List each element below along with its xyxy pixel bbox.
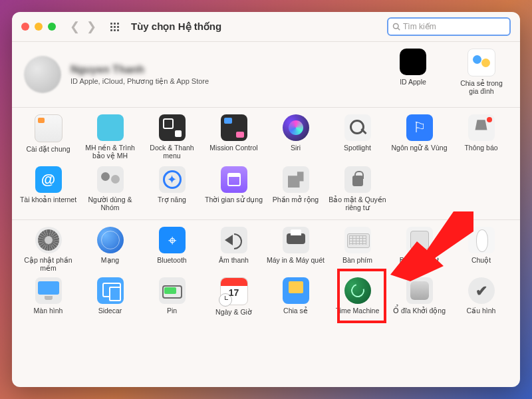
- pref-printer[interactable]: Máy in & Máy quét: [265, 227, 327, 272]
- pref-general[interactable]: Cài đặt chung: [17, 114, 79, 161]
- spotlight-label: Spotlight: [344, 144, 371, 160]
- pref-network[interactable]: Mạng: [79, 227, 141, 272]
- pref-battery[interactable]: Pin: [141, 277, 203, 324]
- sound-icon: [221, 227, 247, 253]
- trackpad-icon: [406, 227, 433, 253]
- trackpad-label: Bàn di chuột: [400, 256, 440, 272]
- sidecar-label: Sidecar: [98, 307, 122, 323]
- family-label: Chia sẻ trong gia đình: [455, 79, 508, 95]
- tm-icon: [344, 277, 371, 304]
- pref-siri[interactable]: Siri: [265, 114, 327, 161]
- pref-sound[interactable]: Âm thanh: [203, 227, 265, 272]
- mission-icon: [221, 114, 247, 141]
- pref-sidecar[interactable]: Sidecar: [79, 277, 141, 324]
- back-button[interactable]: ❮: [68, 19, 82, 34]
- access-icon: [159, 166, 186, 193]
- mouse-icon: [468, 227, 495, 253]
- update-label: Cập nhật phần mềm: [17, 256, 79, 272]
- mission-label: Mission Control: [209, 144, 257, 160]
- users-label: Người dùng & Nhóm: [79, 196, 141, 211]
- desktop-label: MH nền & Trình bảo vệ MH: [79, 144, 141, 160]
- siri-icon: [283, 114, 309, 141]
- display-icon: [35, 277, 62, 304]
- notif-label: Thông báo: [464, 144, 497, 160]
- avatar[interactable]: [24, 56, 61, 93]
- display-label: Màn hình: [34, 307, 63, 323]
- pref-startup[interactable]: Ổ đĩa Khởi động: [388, 277, 450, 324]
- minimize-icon[interactable]: [35, 23, 43, 31]
- network-label: Mạng: [101, 256, 119, 272]
- internet-label: Tài khoản internet: [20, 196, 76, 211]
- pref-privacy[interactable]: Bảo mật & Quyền riêng tư: [327, 166, 388, 211]
- account-text[interactable]: Nguyen Thanh ID Apple, iCloud, Phương ti…: [70, 64, 380, 86]
- pref-access[interactable]: Trợ năng: [141, 166, 203, 211]
- desktop-icon: [97, 114, 124, 141]
- pref-date[interactable]: Ngày & Giờ: [203, 277, 265, 324]
- lang-icon: ⚐: [406, 114, 433, 141]
- pref-dock[interactable]: Dock & Thanh menu: [141, 114, 203, 161]
- privacy-label: Bảo mật & Quyền riêng tư: [327, 196, 388, 211]
- grid-view-icon[interactable]: [110, 23, 119, 31]
- pref-update[interactable]: Cập nhật phần mềm: [17, 227, 79, 272]
- pref-spotlight[interactable]: Spotlight: [327, 114, 388, 161]
- lang-label: Ngôn ngữ & Vùng: [391, 144, 447, 160]
- pref-mouse[interactable]: Chuột: [450, 227, 512, 272]
- pref-display[interactable]: Màn hình: [17, 277, 79, 324]
- startup-label: Ổ đĩa Khởi động: [393, 307, 446, 323]
- svg-point-0: [394, 24, 399, 29]
- account-name: Nguyen Thanh: [70, 64, 380, 76]
- pref-tm[interactable]: Time Machine: [327, 277, 388, 324]
- pref-keyboard[interactable]: Bàn phím: [327, 227, 388, 272]
- tm-label: Time Machine: [336, 307, 380, 323]
- ext-label: Phần mở rộng: [273, 196, 319, 211]
- general-icon: [35, 114, 63, 142]
- prefs-group-2: Cập nhật phần mềmMạng⌖BluetoothÂm thanhM…: [12, 219, 520, 332]
- pref-ext[interactable]: Phần mở rộng: [265, 166, 327, 211]
- account-subtitle: ID Apple, iCloud, Phương tiện & App Stor…: [70, 77, 380, 86]
- pref-screentime[interactable]: Thời gian sử dụng: [203, 166, 265, 211]
- startup-icon: [406, 277, 433, 304]
- pref-mission[interactable]: Mission Control: [203, 114, 265, 161]
- network-icon: [97, 227, 124, 253]
- close-icon[interactable]: [21, 23, 29, 31]
- screentime-icon: [221, 166, 247, 193]
- family-sharing-button[interactable]: Chia sẻ trong gia đình: [455, 49, 508, 95]
- internet-icon: @: [35, 166, 62, 193]
- search-input[interactable]: Tìm kiếm: [387, 17, 511, 36]
- apple-icon: [400, 49, 426, 75]
- bluetooth-icon: ⌖: [159, 227, 186, 253]
- pref-profiles[interactable]: Cấu hình: [450, 277, 512, 324]
- forward-button[interactable]: ❯: [84, 19, 98, 34]
- pref-users[interactable]: Người dùng & Nhóm: [79, 166, 141, 211]
- dock-label: Dock & Thanh menu: [141, 144, 203, 160]
- keyboard-icon: [344, 227, 371, 253]
- system-preferences-window: ❮ ❯ Tùy chọn Hệ thống Tìm kiếm Nguyen Th…: [12, 12, 520, 387]
- pref-internet[interactable]: @Tài khoản internet: [17, 166, 79, 211]
- pref-bluetooth[interactable]: ⌖Bluetooth: [141, 227, 203, 272]
- printer-icon: [283, 227, 309, 253]
- pref-notif[interactable]: Thông báo: [450, 114, 512, 161]
- pref-sharing[interactable]: Chia sẻ: [265, 277, 327, 324]
- titlebar: ❮ ❯ Tùy chọn Hệ thống Tìm kiếm: [12, 12, 520, 41]
- zoom-icon[interactable]: [48, 23, 56, 31]
- account-right-items: ID Apple Chia sẻ trong gia đình: [390, 49, 508, 100]
- date-label: Ngày & Giờ: [215, 308, 252, 324]
- sharing-icon: [283, 277, 309, 304]
- window-title: Tùy chọn Hệ thống: [131, 21, 221, 33]
- update-icon: [35, 227, 62, 253]
- battery-label: Pin: [167, 307, 177, 323]
- sharing-label: Chia sẻ: [283, 307, 308, 323]
- appleid-button[interactable]: ID Apple: [390, 49, 436, 95]
- printer-label: Máy in & Máy quét: [267, 256, 325, 272]
- screentime-label: Thời gian sử dụng: [205, 196, 263, 211]
- prefs-group-1: Cài đặt chungMH nền & Trình bảo vệ MHDoc…: [12, 107, 520, 219]
- battery-icon: [159, 277, 186, 304]
- pref-trackpad[interactable]: Bàn di chuột: [388, 227, 450, 272]
- siri-label: Siri: [291, 144, 301, 160]
- pref-lang[interactable]: ⚐Ngôn ngữ & Vùng: [388, 114, 450, 161]
- pref-desktop[interactable]: MH nền & Trình bảo vệ MH: [79, 114, 141, 161]
- spotlight-icon: [344, 114, 371, 141]
- dock-icon: [159, 114, 186, 141]
- sound-label: Âm thanh: [219, 256, 249, 272]
- ext-icon: [283, 166, 309, 193]
